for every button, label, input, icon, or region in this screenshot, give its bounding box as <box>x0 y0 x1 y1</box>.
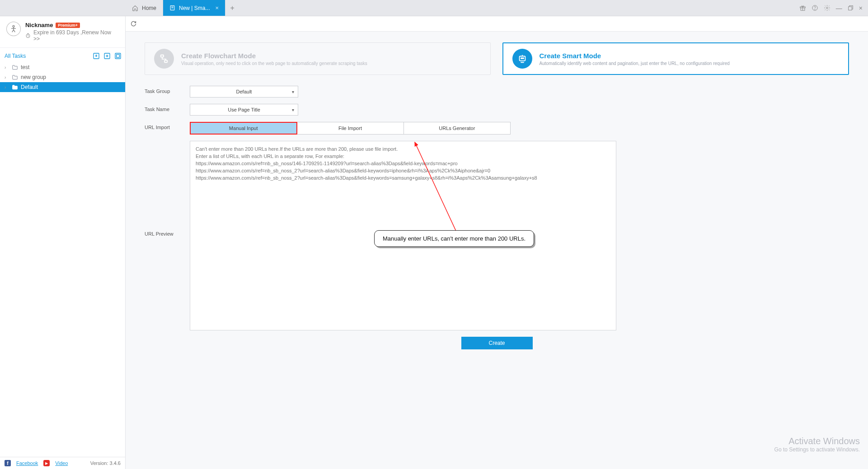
main-content: Create Flowchart Mode Visual operation, … <box>126 32 868 469</box>
flowchart-icon <box>154 49 174 69</box>
task-tree: › test › new group › <box>0 62 125 92</box>
svg-rect-17 <box>164 60 167 63</box>
premium-badge: Premium+ <box>56 23 80 28</box>
tab-close-icon[interactable]: × <box>215 5 219 11</box>
facebook-icon: f <box>5 460 11 466</box>
url-import-label: URL Import <box>145 122 190 130</box>
folder-icon <box>12 74 18 80</box>
import-tab-generator[interactable]: URLs Generator <box>404 122 510 134</box>
tree-item-newgroup[interactable]: › new group <box>0 72 125 82</box>
settings-icon[interactable] <box>824 5 830 11</box>
chevron-right-icon: › <box>5 85 9 90</box>
url-import-tabs: Manual Input File Import URLs Generator <box>190 122 511 135</box>
svg-point-7 <box>826 7 828 9</box>
new-tab-button[interactable]: + <box>225 0 239 16</box>
tab-home[interactable]: Home <box>126 0 163 16</box>
manage-tasks-icon[interactable] <box>114 52 122 60</box>
url-input-textarea[interactable] <box>190 141 616 330</box>
task-group-label: Task Group <box>145 86 190 94</box>
maximize-icon[interactable] <box>848 5 854 11</box>
tree-item-label: test <box>21 64 29 70</box>
app-tabstrip: Home New | Sma... × + <box>126 0 239 16</box>
sidebar: Nickname Premium+ Expire in 693 Days ,Re… <box>0 16 126 469</box>
tree-item-test[interactable]: › test <box>0 62 125 72</box>
user-nickname: Nickname <box>25 22 53 28</box>
mode-flowchart-subtitle: Visual operation, only need to click on … <box>181 61 367 66</box>
smart-icon <box>512 49 532 69</box>
task-name-value: Use Page Title <box>228 107 260 112</box>
all-tasks-link[interactable]: All Tasks <box>5 53 26 59</box>
file-icon <box>169 5 175 11</box>
svg-point-6 <box>815 9 815 9</box>
close-icon[interactable]: × <box>859 5 863 12</box>
import-tab-file[interactable]: File Import <box>297 122 404 134</box>
tree-item-label: Default <box>21 84 38 90</box>
task-group-value: Default <box>236 89 252 94</box>
help-icon[interactable] <box>812 5 818 11</box>
facebook-link[interactable]: Facebook <box>16 460 38 466</box>
task-name-label: Task Name <box>145 104 190 112</box>
video-link[interactable]: Video <box>55 460 68 466</box>
mode-smart-card[interactable]: Create Smart Mode Automatically identify… <box>502 42 849 75</box>
youtube-icon: ▶ <box>43 460 50 466</box>
svg-rect-16 <box>161 55 164 57</box>
svg-rect-14 <box>115 53 121 59</box>
avatar-icon <box>6 22 21 36</box>
tree-item-label: new group <box>21 74 46 80</box>
svg-point-20 <box>522 58 523 59</box>
tab-new-smart-label: New | Sma... <box>179 5 210 11</box>
window-controls: — × <box>794 0 868 16</box>
main-panel: Create Flowchart Mode Visual operation, … <box>126 16 868 469</box>
import-task-icon[interactable] <box>93 52 100 60</box>
chevron-right-icon: › <box>5 75 9 80</box>
expire-text[interactable]: Expire in 693 Days ,Renew Now >> <box>33 29 119 42</box>
address-bar <box>126 16 868 32</box>
new-task-icon[interactable] <box>103 52 111 60</box>
svg-rect-9 <box>848 7 852 10</box>
folder-icon <box>12 65 18 70</box>
mode-smart-subtitle: Automatically identify web content and p… <box>540 61 730 66</box>
task-name-select[interactable]: Use Page Title <box>190 104 298 116</box>
mode-flowchart-title: Create Flowchart Mode <box>181 52 367 60</box>
chevron-right-icon: › <box>5 65 9 70</box>
task-group-select[interactable]: Default <box>190 86 298 98</box>
create-button[interactable]: Create <box>461 337 533 349</box>
mode-smart-title: Create Smart Mode <box>540 52 730 60</box>
import-tab-manual[interactable]: Manual Input <box>190 122 297 134</box>
minimize-icon[interactable]: — <box>836 5 842 12</box>
tree-item-default[interactable]: › Default <box>0 82 125 92</box>
titlebar: Home New | Sma... × + — <box>0 0 868 16</box>
tab-new-smart[interactable]: New | Sma... × <box>163 0 225 16</box>
version-label: Version: 3.4.6 <box>90 460 121 466</box>
mode-flowchart-card[interactable]: Create Flowchart Mode Visual operation, … <box>145 42 491 75</box>
svg-rect-15 <box>117 55 120 58</box>
svg-point-19 <box>521 58 521 59</box>
url-preview-label: URL Preview <box>145 141 190 237</box>
folder-icon <box>12 84 18 90</box>
home-icon <box>132 5 138 11</box>
reload-icon[interactable] <box>130 20 137 27</box>
gift-icon[interactable] <box>799 5 806 11</box>
clock-icon <box>25 33 31 38</box>
svg-point-10 <box>13 25 14 27</box>
tab-home-label: Home <box>142 5 156 11</box>
